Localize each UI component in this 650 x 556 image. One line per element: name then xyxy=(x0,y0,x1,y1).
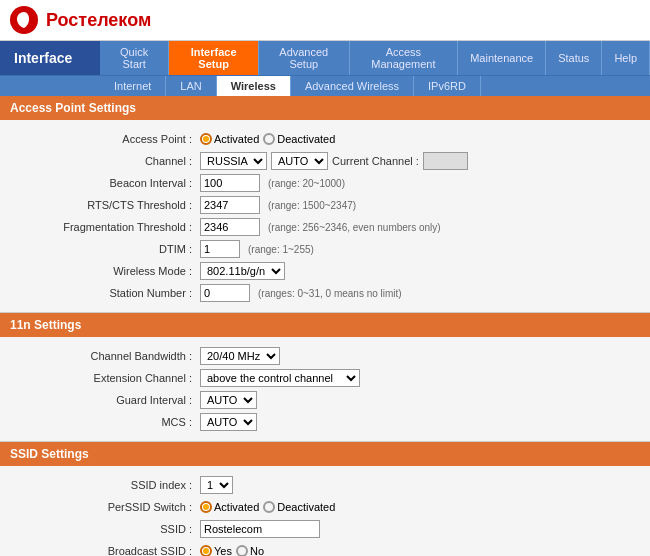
top-nav-items: Quick Start Interface Setup Advanced Set… xyxy=(100,41,650,75)
station-input[interactable] xyxy=(200,284,250,302)
subnav-wireless[interactable]: Wireless xyxy=(217,76,291,96)
section-11n: 11n Settings xyxy=(0,313,650,337)
ssid-index-label: SSID index : xyxy=(0,479,200,491)
subnav-advanced-wireless[interactable]: Advanced Wireless xyxy=(291,76,414,96)
station-row: Station Number : (ranges: 0~31, 0 means … xyxy=(0,282,650,304)
section-ssid: SSID Settings xyxy=(0,442,650,466)
nav-help[interactable]: Help xyxy=(602,41,650,75)
subnav-lan[interactable]: LAN xyxy=(166,76,216,96)
nav-status[interactable]: Status xyxy=(546,41,602,75)
access-point-label: Access Point : xyxy=(0,133,200,145)
broadcast-yes-option[interactable]: Yes xyxy=(200,545,232,556)
channel-select[interactable]: RUSSIA xyxy=(200,152,267,170)
wireless-mode-select[interactable]: 802.11b/g/n xyxy=(200,262,285,280)
broadcast-no-icon xyxy=(236,545,248,556)
nav-interface-label: Interface xyxy=(0,41,100,75)
frag-label: Fragmentation Threshold : xyxy=(0,221,200,233)
nav-advanced-setup[interactable]: Advanced Setup xyxy=(259,41,350,75)
dtim-input[interactable] xyxy=(200,240,240,258)
guard-select[interactable]: AUTO xyxy=(200,391,257,409)
access-point-deactivated-option[interactable]: Deactivated xyxy=(263,133,335,145)
ssid-form: SSID index : 1 PerSSID Switch : Activate… xyxy=(0,466,650,556)
access-point-row: Access Point : Activated Deactivated xyxy=(0,128,650,150)
mcs-label: MCS : xyxy=(0,416,200,428)
wireless-mode-value: 802.11b/g/n xyxy=(200,262,285,280)
rts-input[interactable] xyxy=(200,196,260,214)
station-hint: (ranges: 0~31, 0 means no limit) xyxy=(258,288,402,299)
station-value: (ranges: 0~31, 0 means no limit) xyxy=(200,284,402,302)
dtim-row: DTIM : (range: 1~255) xyxy=(0,238,650,260)
rts-row: RTS/CTS Threshold : (range: 1500~2347) xyxy=(0,194,650,216)
subnav-ipv6rd[interactable]: IPv6RD xyxy=(414,76,481,96)
top-nav: Interface Quick Start Interface Setup Ad… xyxy=(0,41,650,75)
station-label: Station Number : xyxy=(0,287,200,299)
bandwidth-row: Channel Bandwidth : 20/40 MHz xyxy=(0,345,650,367)
sub-nav: Internet LAN Wireless Advanced Wireless … xyxy=(0,75,650,96)
current-channel-label: Current Channel : xyxy=(332,155,419,167)
perssid-row: PerSSID Switch : Activated Deactivated xyxy=(0,496,650,518)
rts-hint: (range: 1500~2347) xyxy=(268,200,356,211)
beacon-input[interactable] xyxy=(200,174,260,192)
perssid-deactivated-icon xyxy=(263,501,275,513)
perssid-activated-option[interactable]: Activated xyxy=(200,501,259,513)
broadcast-row: Broadcast SSID : Yes No xyxy=(0,540,650,556)
activated-radio-icon xyxy=(200,133,212,145)
channel-label: Channel : xyxy=(0,155,200,167)
wireless-mode-label: Wireless Mode : xyxy=(0,265,200,277)
frag-input[interactable] xyxy=(200,218,260,236)
ssid-index-select[interactable]: 1 xyxy=(200,476,233,494)
broadcast-yes-icon xyxy=(200,545,212,556)
logo-text: Ростелеком xyxy=(46,10,151,31)
dtim-value: (range: 1~255) xyxy=(200,240,314,258)
logo-icon xyxy=(10,6,38,34)
frag-row: Fragmentation Threshold : (range: 256~23… xyxy=(0,216,650,238)
broadcast-no-option[interactable]: No xyxy=(236,545,264,556)
beacon-hint: (range: 20~1000) xyxy=(268,178,345,189)
header: Ростелеком xyxy=(0,0,650,41)
ssid-name-row: SSID : xyxy=(0,518,650,540)
access-point-activated-option[interactable]: Activated xyxy=(200,133,259,145)
nav-quick-start[interactable]: Quick Start xyxy=(100,41,169,75)
frag-value: (range: 256~2346, even numbers only) xyxy=(200,218,441,236)
nav-maintenance[interactable]: Maintenance xyxy=(458,41,546,75)
nav-interface-setup[interactable]: Interface Setup xyxy=(169,41,259,75)
current-channel-box xyxy=(423,152,468,170)
channel-auto-select[interactable]: AUTO xyxy=(271,152,328,170)
ssid-index-row: SSID index : 1 xyxy=(0,474,650,496)
extension-select[interactable]: above the control channel xyxy=(200,369,360,387)
mcs-row: MCS : AUTO xyxy=(0,411,650,433)
deactivated-radio-icon xyxy=(263,133,275,145)
channel-row: Channel : RUSSIA AUTO Current Channel : xyxy=(0,150,650,172)
nav-access-management[interactable]: Access Management xyxy=(350,41,459,75)
perssid-deactivated-option[interactable]: Deactivated xyxy=(263,501,335,513)
11n-form: Channel Bandwidth : 20/40 MHz Extension … xyxy=(0,337,650,442)
rts-label: RTS/CTS Threshold : xyxy=(0,199,200,211)
ssid-input[interactable] xyxy=(200,520,320,538)
ssid-name-label: SSID : xyxy=(0,523,200,535)
guard-row: Guard Interval : AUTO xyxy=(0,389,650,411)
beacon-value: (range: 20~1000) xyxy=(200,174,345,192)
section-access-point: Access Point Settings xyxy=(0,96,650,120)
bandwidth-select[interactable]: 20/40 MHz xyxy=(200,347,280,365)
guard-label: Guard Interval : xyxy=(0,394,200,406)
perssid-label: PerSSID Switch : xyxy=(0,501,200,513)
access-point-form: Access Point : Activated Deactivated Cha… xyxy=(0,120,650,313)
perssid-activated-icon xyxy=(200,501,212,513)
beacon-row: Beacon Interval : (range: 20~1000) xyxy=(0,172,650,194)
broadcast-label: Broadcast SSID : xyxy=(0,545,200,556)
extension-row: Extension Channel : above the control ch… xyxy=(0,367,650,389)
wireless-mode-row: Wireless Mode : 802.11b/g/n xyxy=(0,260,650,282)
mcs-select[interactable]: AUTO xyxy=(200,413,257,431)
dtim-hint: (range: 1~255) xyxy=(248,244,314,255)
extension-label: Extension Channel : xyxy=(0,372,200,384)
beacon-label: Beacon Interval : xyxy=(0,177,200,189)
subnav-internet[interactable]: Internet xyxy=(100,76,166,96)
access-point-value: Activated Deactivated xyxy=(200,133,335,145)
rts-value: (range: 1500~2347) xyxy=(200,196,356,214)
channel-value: RUSSIA AUTO Current Channel : xyxy=(200,152,468,170)
content: Access Point Settings Access Point : Act… xyxy=(0,96,650,556)
dtim-label: DTIM : xyxy=(0,243,200,255)
frag-hint: (range: 256~2346, even numbers only) xyxy=(268,222,441,233)
bandwidth-label: Channel Bandwidth : xyxy=(0,350,200,362)
